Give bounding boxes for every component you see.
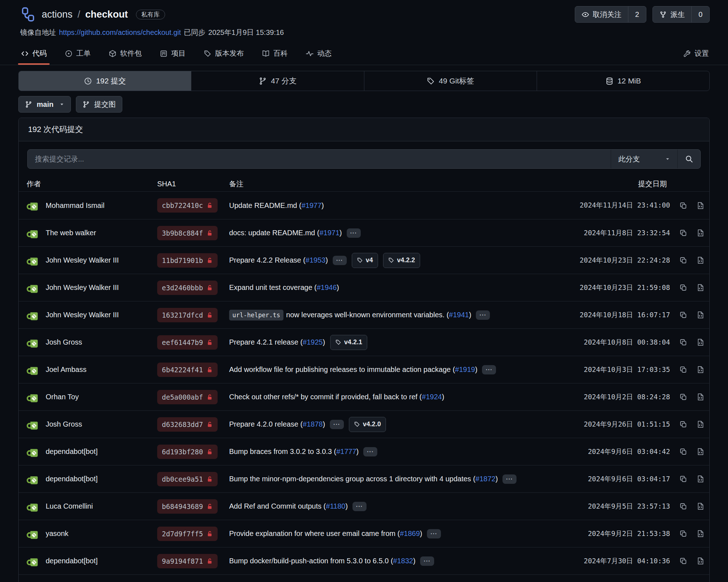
commit-author[interactable]: John Wesley Walker III (46, 283, 119, 292)
commit-sha-badge[interactable]: e3d2460bbb (157, 281, 218, 295)
commit-sha-badge[interactable]: d632683dd7 (157, 417, 218, 432)
commit-author[interactable]: John Wesley Walker III (46, 256, 119, 264)
browse-source-button[interactable] (696, 283, 705, 292)
expand-commit-body-button[interactable]: ··· (420, 556, 434, 566)
copy-sha-button[interactable] (679, 475, 687, 483)
issue-link[interactable]: #1925 (303, 338, 323, 346)
issue-link[interactable]: #1878 (303, 420, 323, 428)
expand-commit-body-button[interactable]: ··· (502, 474, 517, 484)
issue-link[interactable]: #1832 (393, 557, 413, 565)
tab-packages[interactable]: 软件包 (108, 42, 142, 65)
issue-link[interactable]: #1941 (449, 311, 469, 319)
issue-link[interactable]: #1777 (336, 447, 356, 456)
issue-link[interactable]: #1977 (301, 201, 322, 210)
expand-commit-body-button[interactable]: ··· (482, 365, 496, 374)
stat-branches[interactable]: 47 分支 (191, 71, 364, 91)
commit-author[interactable]: yasonk (46, 529, 68, 538)
copy-sha-button[interactable] (679, 338, 687, 346)
copy-sha-button[interactable] (679, 201, 687, 210)
stat-tags[interactable]: 49 Git标签 (364, 71, 537, 91)
issue-link[interactable]: #1953 (305, 256, 326, 264)
expand-commit-body-button[interactable]: ··· (352, 502, 367, 511)
commit-author[interactable]: dependabot[bot] (46, 557, 98, 565)
commit-sha-badge[interactable]: 9a9194f871 (157, 554, 218, 568)
browse-source-button[interactable] (696, 229, 705, 237)
release-tag-badge[interactable]: v4.2.1 (330, 335, 367, 350)
release-tag-badge[interactable]: v4 (352, 253, 378, 268)
copy-sha-button[interactable] (679, 229, 687, 237)
repo-owner-link[interactable]: actions (42, 9, 73, 20)
issue-link[interactable]: #1869 (400, 529, 420, 538)
copy-sha-button[interactable] (679, 447, 687, 456)
issue-link[interactable]: #1924 (422, 393, 442, 401)
copy-sha-button[interactable] (679, 393, 687, 401)
expand-commit-body-button[interactable]: ··· (427, 529, 441, 538)
commit-sha-badge[interactable]: eef61447b9 (157, 335, 218, 350)
commit-sha-badge[interactable]: 163217dfcd (157, 308, 218, 322)
copy-sha-button[interactable] (679, 557, 687, 565)
commit-sha-badge[interactable]: 11bd71901b (157, 253, 218, 268)
expand-commit-body-button[interactable]: ··· (363, 447, 377, 456)
commit-author[interactable]: John Wesley Walker III (46, 311, 119, 319)
commit-sha-badge[interactable]: b684943689 (157, 499, 218, 514)
search-button[interactable] (677, 150, 700, 168)
copy-sha-button[interactable] (679, 256, 687, 264)
copy-sha-button[interactable] (679, 502, 687, 510)
commit-sha-badge[interactable]: 6d193bf280 (157, 445, 218, 459)
stat-size[interactable]: 12 MiB (537, 71, 709, 91)
commit-author[interactable]: The web walker (46, 229, 96, 237)
release-tag-badge[interactable]: v4.2.2 (383, 253, 420, 268)
tab-releases[interactable]: 版本发布 (203, 42, 245, 65)
copy-sha-button[interactable] (679, 283, 687, 292)
commit-sha-badge[interactable]: 6b42224f41 (157, 363, 218, 377)
browse-source-button[interactable] (696, 420, 705, 428)
tab-projects[interactable]: 项目 (159, 42, 186, 65)
tab-settings[interactable]: 设置 (682, 42, 710, 65)
unwatch-button[interactable]: 取消关注 (575, 6, 628, 22)
browse-source-button[interactable] (696, 557, 705, 565)
commit-graph-button[interactable]: 提交图 (76, 96, 122, 113)
commit-sha-badge[interactable]: db0cee9a51 (157, 472, 218, 486)
commit-search-input[interactable] (28, 150, 611, 168)
expand-commit-body-button[interactable]: ··· (476, 310, 490, 320)
commit-sha-badge[interactable]: de5a000abf (157, 390, 218, 404)
browse-source-button[interactable] (696, 393, 705, 401)
release-tag-badge[interactable]: v4.2.0 (349, 417, 386, 432)
tab-wiki[interactable]: 百科 (261, 42, 288, 65)
commit-author[interactable]: Josh Gross (46, 338, 82, 346)
issue-link[interactable]: #1971 (319, 229, 340, 237)
repo-name-link[interactable]: checkout (85, 9, 128, 20)
commit-author[interactable]: Luca Comellini (46, 502, 93, 510)
tab-activity[interactable]: 动态 (305, 42, 332, 65)
commit-author[interactable]: Orhan Toy (46, 393, 79, 401)
branch-selector[interactable]: main (18, 96, 71, 113)
commit-author[interactable]: Mohammad Ismail (46, 201, 104, 210)
browse-source-button[interactable] (696, 365, 705, 374)
copy-sha-button[interactable] (679, 365, 687, 374)
issue-link[interactable]: #1872 (476, 475, 496, 483)
issue-link[interactable]: #1946 (317, 283, 337, 292)
copy-sha-button[interactable] (679, 311, 687, 319)
expand-commit-body-button[interactable]: ··· (333, 256, 347, 265)
mirror-url-link[interactable]: https://github.com/actions/checkout.git (59, 28, 181, 37)
forks-count[interactable]: 0 (691, 6, 709, 22)
browse-source-button[interactable] (696, 201, 705, 210)
browse-source-button[interactable] (696, 447, 705, 456)
commit-author[interactable]: dependabot[bot] (46, 447, 98, 456)
browse-source-button[interactable] (696, 311, 705, 319)
watchers-count[interactable]: 2 (628, 6, 646, 22)
browse-source-button[interactable] (696, 338, 705, 346)
browse-source-button[interactable] (696, 256, 705, 264)
expand-commit-body-button[interactable]: ··· (330, 420, 344, 429)
tab-code[interactable]: 代码 (20, 42, 47, 65)
commit-author[interactable]: Josh Gross (46, 420, 82, 428)
expand-commit-body-button[interactable]: ··· (347, 228, 361, 238)
browse-source-button[interactable] (696, 529, 705, 538)
stat-commits[interactable]: 192 提交 (19, 71, 191, 91)
copy-sha-button[interactable] (679, 420, 687, 428)
browse-source-button[interactable] (696, 475, 705, 483)
tab-issues[interactable]: 工单 (64, 42, 91, 65)
commit-sha-badge[interactable]: 3b9b8c884f (157, 226, 218, 240)
copy-sha-button[interactable] (679, 529, 687, 538)
search-scope-dropdown[interactable]: 此分支 (611, 150, 677, 168)
